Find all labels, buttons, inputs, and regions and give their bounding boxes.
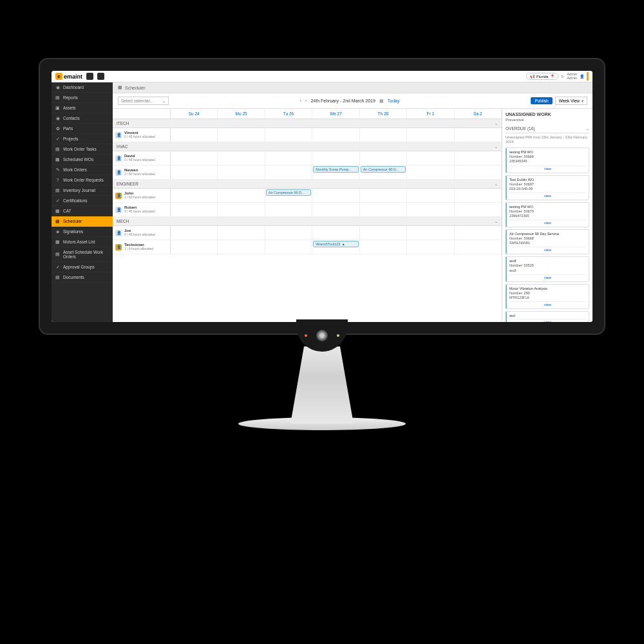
sidebar-item-approval-groups[interactable]: ✓Approval Groups: [52, 262, 113, 272]
day-slot[interactable]: [360, 226, 407, 240]
day-slot[interactable]: [171, 226, 218, 240]
day-slot[interactable]: [407, 226, 454, 240]
sidebar-item-documents[interactable]: ▤Documents: [52, 272, 113, 283]
day-slot[interactable]: [455, 128, 502, 142]
day-slot[interactable]: [171, 166, 218, 179]
day-slot[interactable]: [312, 226, 359, 240]
work-card[interactable]: Test Dublin WONumber: 50697023-23-540-09…: [506, 175, 589, 200]
calendar-popup-icon[interactable]: ▦: [379, 99, 384, 104]
work-card[interactable]: asdfNumber: 50525asdfview: [506, 256, 589, 281]
calendar-select[interactable]: Select calendar... ⌄: [118, 97, 169, 105]
day-slot[interactable]: WrenchTool123 ▲: [312, 240, 359, 254]
card-view-link[interactable]: view: [509, 247, 586, 252]
day-slot[interactable]: [407, 151, 454, 165]
group-header[interactable]: ENGINEER⌄: [113, 180, 502, 189]
day-slot[interactable]: Monthly Sump Pump...: [312, 166, 359, 179]
sidebar-item-work-order-tasks[interactable]: ▤Work Order Tasks: [52, 144, 113, 155]
sidebar-item-dashboard[interactable]: ◉Dashboard: [52, 82, 113, 93]
day-slot[interactable]: [265, 203, 312, 216]
sidebar-item-inventory-journal[interactable]: ▤Inventory Journal: [52, 185, 113, 196]
group-header[interactable]: HVAC⌄: [113, 142, 502, 151]
work-card[interactable]: testing PM WONumber: 506702396472365view: [506, 202, 589, 227]
sidebar-item-work-order-requests[interactable]: ?Work Order Requests: [52, 175, 113, 185]
sidebar-item-work-orders[interactable]: ✎Work Orders: [52, 165, 113, 175]
sidebar-item-certifications[interactable]: ✓Certifications: [52, 196, 113, 206]
overdue-header[interactable]: OVERDUE (16) ⌄: [506, 124, 589, 133]
menu-toggle-icon[interactable]: [86, 73, 93, 80]
day-slot[interactable]: Air Compressor 90 D...: [360, 166, 407, 179]
day-slot[interactable]: [312, 151, 359, 165]
card-view-link[interactable]: view: [509, 166, 586, 171]
user-icon[interactable]: 👤: [580, 74, 584, 79]
day-slot[interactable]: [218, 189, 265, 202]
day-slot[interactable]: [312, 128, 359, 142]
sidebar-item-scheduled-wos[interactable]: ▦Scheduled WOs: [52, 155, 113, 165]
day-slot[interactable]: [455, 189, 502, 202]
work-card[interactable]: asdview: [506, 311, 589, 322]
day-slot[interactable]: [265, 128, 312, 142]
day-slot[interactable]: [218, 240, 265, 254]
day-slot[interactable]: [171, 151, 218, 165]
sidebar-item-parts[interactable]: ✿Parts: [52, 124, 113, 134]
group-header[interactable]: MECH⌄: [113, 217, 502, 226]
day-slot[interactable]: Air Compressor 90 D...: [265, 189, 312, 202]
view-mode-select[interactable]: Week View ▾: [555, 97, 587, 105]
scheduled-event[interactable]: Monthly Sump Pump...: [313, 166, 358, 173]
day-slot[interactable]: [218, 203, 265, 216]
sidebar-item-assets[interactable]: ▣Assets: [52, 103, 113, 113]
day-slot[interactable]: [455, 226, 502, 240]
day-slot[interactable]: [360, 203, 407, 216]
day-slot[interactable]: [265, 240, 312, 254]
day-slot[interactable]: [218, 166, 265, 179]
sidebar-item-reports[interactable]: ▤Reports: [52, 93, 113, 103]
group-header[interactable]: ITECH⌄: [113, 119, 502, 128]
day-slot[interactable]: [407, 128, 454, 142]
day-slot[interactable]: [171, 189, 218, 202]
day-slot[interactable]: [218, 151, 265, 165]
day-slot[interactable]: [312, 189, 359, 202]
sidebar-item-motors-asset-list[interactable]: ▦Motors Asset List: [52, 237, 113, 247]
work-card[interactable]: Motor Vibration AnalysisNumber: 280MTR12…: [506, 284, 589, 309]
day-slot[interactable]: [407, 189, 454, 202]
day-slot[interactable]: [218, 226, 265, 240]
day-slot[interactable]: [360, 151, 407, 165]
day-slot[interactable]: [455, 240, 502, 254]
share-icon[interactable]: [97, 73, 104, 80]
day-slot[interactable]: [455, 151, 502, 165]
card-view-link[interactable]: view: [509, 220, 586, 225]
day-slot[interactable]: [455, 203, 502, 216]
day-slot[interactable]: [265, 151, 312, 165]
scheduled-event[interactable]: Air Compressor 90 D...: [266, 189, 311, 196]
day-slot[interactable]: [265, 226, 312, 240]
location-selector[interactable]: 📢 Florida 📍: [526, 73, 558, 80]
day-slot[interactable]: [455, 166, 502, 179]
card-view-link[interactable]: view: [509, 301, 586, 307]
card-view-link[interactable]: view: [509, 193, 586, 198]
refresh-icon[interactable]: ↻: [561, 74, 564, 79]
day-slot[interactable]: [312, 203, 359, 216]
sidebar-item-signatures[interactable]: ◈Signatures: [52, 227, 113, 237]
today-button[interactable]: Today: [388, 99, 400, 103]
card-view-link[interactable]: view: [509, 274, 586, 279]
day-slot[interactable]: [171, 128, 218, 142]
scheduled-event[interactable]: WrenchTool123 ▲: [313, 241, 358, 247]
scheduled-event[interactable]: Air Compressor 90 D...: [361, 166, 406, 173]
sidebar-item-projects[interactable]: ✓Projects: [52, 134, 113, 144]
day-slot[interactable]: [407, 203, 454, 216]
day-slot[interactable]: [171, 203, 218, 216]
day-slot[interactable]: [407, 166, 454, 179]
day-slot[interactable]: [360, 189, 407, 202]
card-view-link[interactable]: view: [509, 319, 586, 322]
work-card[interactable]: Air Compressor 90 Day ServiceNumber: 506…: [506, 229, 589, 254]
sidebar-item-asset-schedule-work-orders[interactable]: ▤Asset Schedule Work Orders: [52, 247, 113, 262]
prev-week-button[interactable]: ‹: [300, 99, 301, 103]
day-slot[interactable]: [360, 128, 407, 142]
day-slot[interactable]: [407, 240, 454, 254]
day-slot[interactable]: [218, 128, 265, 142]
sidebar-item-cat[interactable]: ▦CAT: [52, 206, 113, 216]
day-slot[interactable]: [360, 240, 407, 254]
work-card[interactable]: testing PM WONumber: 50669235345345view: [506, 147, 589, 173]
day-slot[interactable]: [265, 166, 312, 179]
sidebar-item-contacts[interactable]: ◉Contacts: [52, 113, 113, 124]
day-slot[interactable]: [171, 240, 218, 254]
